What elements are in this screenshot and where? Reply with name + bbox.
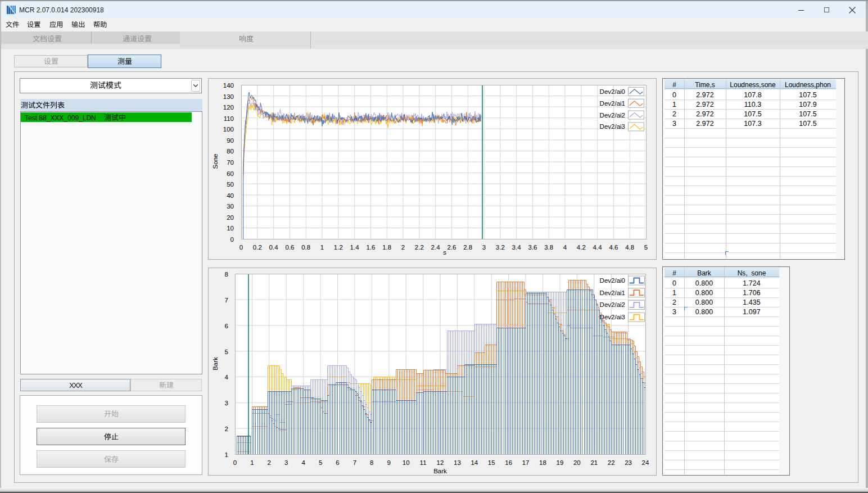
svg-text:2: 2 xyxy=(225,426,228,432)
svg-text:Dev2/ai0: Dev2/ai0 xyxy=(600,277,625,284)
svg-text:0: 0 xyxy=(239,244,243,251)
svg-text:7: 7 xyxy=(353,459,356,466)
svg-text:Dev2/ai2: Dev2/ai2 xyxy=(600,112,625,119)
svg-text:2: 2 xyxy=(268,459,271,466)
svg-text:8: 8 xyxy=(225,271,228,278)
svg-text:12: 12 xyxy=(437,459,444,466)
svg-text:20: 20 xyxy=(227,214,234,221)
svg-text:60: 60 xyxy=(227,170,234,177)
svg-text:3: 3 xyxy=(225,400,228,406)
svg-text:22: 22 xyxy=(608,459,615,466)
svg-text:Bark: Bark xyxy=(212,357,219,370)
svg-text:Dev2/ai3: Dev2/ai3 xyxy=(600,314,625,320)
svg-text:Sone: Sone xyxy=(212,154,219,169)
svg-text:110: 110 xyxy=(224,115,234,122)
svg-text:1: 1 xyxy=(320,244,324,251)
svg-text:40: 40 xyxy=(227,192,234,199)
svg-text:10: 10 xyxy=(403,459,410,466)
svg-text:4.2: 4.2 xyxy=(577,244,586,251)
svg-text:4.6: 4.6 xyxy=(609,244,618,251)
svg-text:5: 5 xyxy=(319,459,322,466)
svg-text:Dev2/ai3: Dev2/ai3 xyxy=(600,123,625,130)
svg-text:17: 17 xyxy=(522,459,530,466)
svg-text:2.4: 2.4 xyxy=(431,244,441,251)
svg-text:1: 1 xyxy=(225,451,228,458)
svg-text:0.6: 0.6 xyxy=(285,244,294,251)
svg-text:16: 16 xyxy=(505,459,512,466)
svg-text:14: 14 xyxy=(471,459,478,466)
svg-text:2.6: 2.6 xyxy=(447,244,456,251)
svg-text:3: 3 xyxy=(284,459,288,466)
svg-text:120: 120 xyxy=(223,104,234,111)
svg-text:21: 21 xyxy=(590,459,598,466)
svg-text:5: 5 xyxy=(644,244,648,251)
svg-text:18: 18 xyxy=(539,459,546,466)
svg-text:130: 130 xyxy=(223,93,234,100)
svg-text:2: 2 xyxy=(401,244,405,251)
svg-text:9: 9 xyxy=(387,459,391,466)
svg-text:13: 13 xyxy=(454,459,461,466)
svg-text:0: 0 xyxy=(230,236,234,243)
svg-text:15: 15 xyxy=(488,459,495,466)
svg-text:11: 11 xyxy=(420,459,427,466)
svg-text:4.4: 4.4 xyxy=(593,244,603,251)
svg-text:Dev2/ai1: Dev2/ai1 xyxy=(600,290,625,296)
svg-text:0.2: 0.2 xyxy=(253,244,262,251)
svg-text:Dev2/ai1: Dev2/ai1 xyxy=(600,100,625,107)
svg-text:3.4: 3.4 xyxy=(512,244,522,251)
svg-text:23: 23 xyxy=(625,459,632,466)
svg-text:1: 1 xyxy=(250,459,254,466)
svg-text:6: 6 xyxy=(336,459,339,466)
svg-text:8: 8 xyxy=(370,459,373,466)
svg-text:24: 24 xyxy=(642,459,649,466)
svg-text:19: 19 xyxy=(557,459,564,466)
svg-text:2.2: 2.2 xyxy=(415,244,424,251)
svg-text:4: 4 xyxy=(301,459,305,466)
svg-text:3.2: 3.2 xyxy=(496,244,505,251)
svg-text:4: 4 xyxy=(563,244,567,251)
svg-text:100: 100 xyxy=(223,126,234,133)
svg-text:1.6: 1.6 xyxy=(366,244,375,251)
svg-text:3: 3 xyxy=(482,244,486,251)
svg-text:50: 50 xyxy=(227,181,234,188)
svg-text:90: 90 xyxy=(227,137,234,144)
svg-text:6: 6 xyxy=(225,323,228,329)
svg-text:30: 30 xyxy=(227,203,234,210)
svg-text:5: 5 xyxy=(225,349,228,355)
svg-text:10: 10 xyxy=(227,225,234,232)
svg-text:20: 20 xyxy=(573,459,581,466)
svg-text:70: 70 xyxy=(227,159,234,166)
svg-text:4.8: 4.8 xyxy=(625,244,634,251)
svg-text:0.4: 0.4 xyxy=(269,244,279,251)
svg-text:0: 0 xyxy=(233,459,237,466)
svg-text:1.8: 1.8 xyxy=(382,244,391,251)
svg-text:Dev2/ai0: Dev2/ai0 xyxy=(600,88,625,95)
svg-text:3.8: 3.8 xyxy=(544,244,553,251)
svg-text:1.2: 1.2 xyxy=(334,244,343,251)
svg-text:7: 7 xyxy=(225,297,228,304)
svg-text:s: s xyxy=(443,249,446,256)
svg-text:Dev2/ai2: Dev2/ai2 xyxy=(600,301,625,308)
svg-text:140: 140 xyxy=(223,82,234,89)
svg-text:1.4: 1.4 xyxy=(350,244,360,251)
svg-text:4: 4 xyxy=(225,374,229,381)
svg-text:0.8: 0.8 xyxy=(301,244,310,251)
svg-text:Bark: Bark xyxy=(433,468,447,474)
svg-text:80: 80 xyxy=(227,148,234,155)
svg-text:3.6: 3.6 xyxy=(528,244,537,251)
svg-text:2.8: 2.8 xyxy=(463,244,472,251)
